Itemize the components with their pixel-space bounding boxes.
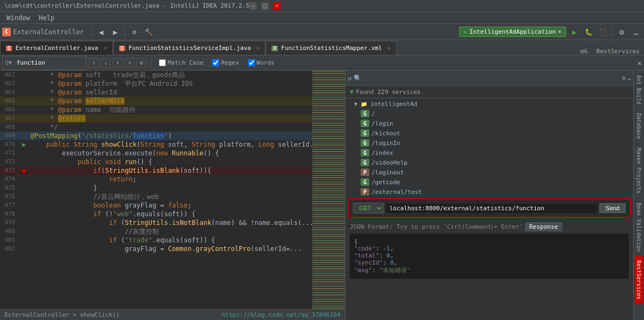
minimap <box>312 71 345 309</box>
table-row: 479 if (StringUtils.isNotBlank(name) && … <box>0 218 312 227</box>
code-text: if (!"web".equals(soft)) { <box>28 210 312 218</box>
response-line-4: "syncId": 0, <box>354 259 624 266</box>
regex-option[interactable]: Regex <box>209 59 242 66</box>
side-tab-database[interactable]: Database <box>635 109 643 143</box>
words-option[interactable]: Words <box>245 59 278 66</box>
side-tab-bean[interactable]: Bean Validation <box>635 198 643 256</box>
table-row: 477 boolean grayFlag = false; <box>0 201 312 210</box>
code-text: */ <box>28 123 312 131</box>
settings-btn[interactable]: ⚙ <box>616 26 628 38</box>
search-close-btn[interactable]: × <box>637 59 642 67</box>
rest-settings-btn[interactable]: ⚙ <box>622 75 626 81</box>
run-button[interactable]: ▶ <box>568 26 580 38</box>
debug-button[interactable]: 🐛 <box>583 26 595 38</box>
title-bar: \com\cdt\controller\ExternalController.j… <box>0 0 644 12</box>
line-number: 477 <box>0 201 20 210</box>
rest-close-btn[interactable]: … <box>628 75 631 81</box>
search-prev-btn[interactable]: ↑ <box>89 58 98 68</box>
menu-window[interactable]: Window <box>2 12 34 24</box>
method-badge-g3: G <box>361 129 369 137</box>
line-number: 474 <box>0 175 20 184</box>
line-number: 472 <box>0 158 20 166</box>
code-scroll-area[interactable]: 462 * @param soft trade交易，goods商品 463 * … <box>0 71 345 309</box>
tree-item-videohelp[interactable]: G /videoHelp <box>345 158 633 167</box>
rest-found-label: Found 229 services <box>356 89 420 96</box>
tree-item-kickout[interactable]: G /kickout <box>345 128 633 138</box>
url-bar: GET Send <box>348 198 631 218</box>
regex-checkbox[interactable] <box>212 59 219 66</box>
tab-close-3[interactable]: × <box>387 45 391 51</box>
send-button[interactable]: Send <box>599 203 626 213</box>
window-controls: — □ × <box>249 2 281 10</box>
rest-refresh-btn[interactable]: ↺ <box>348 74 351 82</box>
more-btn[interactable]: … <box>630 26 642 38</box>
code-text: executorService.execute(new Runnable() { <box>28 149 312 158</box>
run-config-dropdown-icon: ▼ <box>558 29 561 35</box>
fwd-btn[interactable]: ▶ <box>109 26 121 38</box>
tab-close-1[interactable]: × <box>104 45 107 51</box>
tree-item-login[interactable]: G /login <box>345 118 633 128</box>
method-select[interactable]: GET <box>353 203 384 214</box>
run-config-selector[interactable]: ▶ IntelligentAdApplication ▼ <box>459 27 566 37</box>
sep1 <box>91 27 92 37</box>
code-text: * @param platform 平台PC Android IOS <box>28 79 312 88</box>
tree-item-getcode[interactable]: G /getcode <box>345 177 633 187</box>
tab-function-statistics-service[interactable]: C FunctionStatisticsServiceImpl.java × <box>113 41 266 55</box>
tree-item-loginin[interactable]: G /loginIn <box>345 138 633 148</box>
match-case-checkbox[interactable] <box>159 59 166 66</box>
response-tab[interactable]: Response <box>525 222 562 231</box>
tab-external-controller[interactable]: C ExternalController.java × <box>0 41 113 55</box>
tab-close-2[interactable]: × <box>256 45 259 51</box>
build-btn[interactable]: 🔨 <box>143 26 154 38</box>
search-find-prev[interactable]: ⬆ <box>113 58 122 68</box>
code-text: return; <box>28 175 312 184</box>
endpoint-label: /videoHelp <box>371 159 407 166</box>
table-row: 476 //昔云网站统计，web <box>0 192 312 201</box>
endpoint-label: /login <box>371 120 393 127</box>
maximize-button[interactable]: □ <box>261 2 269 10</box>
match-case-option[interactable]: Match Case <box>156 59 207 66</box>
line-number: 479 <box>0 218 20 227</box>
table-row: 480 //灰度控制 <box>0 227 312 236</box>
rest-search-btn[interactable]: 🔍 <box>354 74 362 82</box>
back-btn[interactable]: ◀ <box>95 26 107 38</box>
search-btn[interactable]: ⚙ <box>128 26 140 38</box>
minimize-button[interactable]: — <box>249 2 257 10</box>
menu-help[interactable]: Help <box>34 12 59 24</box>
code-text: * @return <box>28 114 312 123</box>
folder-icon: 📁 <box>361 101 367 107</box>
tab-function-statistics-mapper[interactable]: X FunctionStatisticsMapper.xml × <box>265 41 397 55</box>
method-badge-p2: P <box>361 188 369 196</box>
line-number: 462 <box>0 71 20 79</box>
rest-found-header: ▼ Found 229 services <box>345 86 633 98</box>
search-settings[interactable]: ⚙ <box>137 58 146 68</box>
tree-item-root[interactable]: G / <box>345 109 633 118</box>
project-name: ExternalController <box>13 28 84 36</box>
tree-item-index[interactable]: G /index <box>345 148 633 158</box>
search-find-next[interactable]: ⬇ <box>125 58 134 68</box>
url-input[interactable] <box>386 204 597 213</box>
folder-arrow: ▼ <box>354 101 357 107</box>
table-row: 473 ● if(StringUtils.isBlank(soft)){ <box>0 166 312 175</box>
words-checkbox[interactable] <box>248 59 255 66</box>
tree-item-intelligentad[interactable]: ▼ 📁 intelligentAd <box>345 99 633 109</box>
rest-panel-toolbar: ↺ 🔍 ⚙ … <box>345 71 633 86</box>
table-row: 467 * @return <box>0 114 312 123</box>
close-button[interactable]: × <box>273 2 281 10</box>
method-badge-p1: P <box>361 168 369 176</box>
table-row: 482 grayFlag = Common.grayControlPro(sel… <box>0 244 312 253</box>
stop-button[interactable]: ⬛ <box>597 26 609 38</box>
line-number: 478 <box>0 210 20 218</box>
side-tab-rest[interactable]: RestServices <box>635 256 643 304</box>
split-editor-btn[interactable]: ⊟6 <box>576 48 592 55</box>
line-number: 463 <box>0 79 20 88</box>
side-tab-maven[interactable]: Maven Projects <box>635 143 643 198</box>
search-input[interactable] <box>13 58 84 68</box>
status-url[interactable]: https://blog.csdn.net/qq_37896194 <box>221 311 340 318</box>
endpoint-label: /external/test <box>371 189 422 196</box>
tree-item-external-test[interactable]: P /external/test <box>345 187 633 196</box>
code-text: @PostMapping("/statistics/function") <box>28 131 312 140</box>
search-next-btn[interactable]: ↓ <box>101 58 110 68</box>
tree-item-loginout[interactable]: P /loginout <box>345 167 633 177</box>
side-tab-ant-build[interactable]: Ant Build <box>635 71 643 109</box>
